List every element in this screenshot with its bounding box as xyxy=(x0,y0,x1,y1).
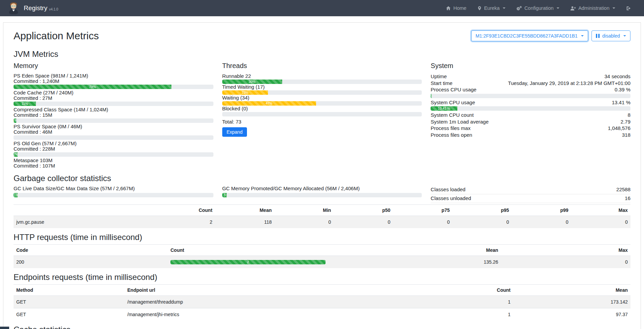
thread-metric-waiting: Waiting (34) 47% xyxy=(222,95,422,106)
http-requests-table: Code Count Mean Max 200 2 135.26 0 xyxy=(14,244,630,268)
navbar: Registry v4.1.0 Home Eureka xyxy=(0,0,644,16)
progress-track: 13 xyxy=(14,193,213,197)
gc-promoted: GC Memory Promoted/GC Memory Allocated (… xyxy=(222,185,422,203)
progress-track: 1% xyxy=(14,118,213,123)
cache-statistics-heading: Cache statistics xyxy=(14,325,630,329)
memory-column: Memory PS Eden Space (981M / 1,241M) Com… xyxy=(14,62,213,169)
thread-metric-timed-waiting: Timed Waiting (17) 23% xyxy=(222,84,422,95)
progress-track: 23% xyxy=(222,90,422,95)
refresh-toggle-dropdown[interactable]: disabled xyxy=(591,30,630,41)
system-row-start-time: Start timeTuesday, January 29, 2019 at 2… xyxy=(431,80,630,87)
http-requests-heading: HTTP requests (time in millisecond) xyxy=(14,233,630,242)
memory-metric-compressed-class: Compressed Class Space (14M / 1,024M) Co… xyxy=(14,107,213,123)
progress-track: 0% xyxy=(14,135,213,140)
gears-icon xyxy=(516,6,522,11)
progress-track: 0.39 % xyxy=(431,94,630,98)
progress-bar: 23% xyxy=(222,90,268,95)
nav-signout[interactable] xyxy=(621,0,637,16)
thread-metric-runnable: Runnable 22 30% xyxy=(222,73,422,84)
brand-version: v4.1.0 xyxy=(49,7,58,11)
threads-heading: Threads xyxy=(222,62,422,69)
brand-link[interactable]: Registry v4.1.0 xyxy=(7,2,58,14)
thread-metric-blocked: Blocked (0) 0% xyxy=(222,106,422,116)
table-header-row: Method Endpoint url Count Mean xyxy=(14,285,630,296)
table-row: GET /management/threaddump 1 173.142 xyxy=(14,296,630,308)
memory-metric-metaspace: Metaspace 103M Committed : 107M xyxy=(14,158,213,169)
progress-bar: 2 xyxy=(170,260,325,264)
chevron-down-icon xyxy=(623,35,626,37)
progress-bar: 47% xyxy=(222,101,316,106)
system-heading: System xyxy=(431,62,630,69)
progress-track: 11% xyxy=(14,102,213,106)
chevron-down-icon xyxy=(503,7,505,9)
expand-button[interactable]: Expand xyxy=(222,127,247,137)
memory-metric-code-cache: Code Cache (27M / 240M) Committed : 27M … xyxy=(14,90,213,106)
gc-classes: Classes loaded22588 Classes unloaded16 xyxy=(431,185,630,203)
memory-heading: Memory xyxy=(14,62,213,69)
main-container: Application Metrics M1:2F93E1CBD2C3FE55B… xyxy=(3,22,641,329)
progress-track: 79% xyxy=(14,85,213,89)
system-row-system-cpu: System CPU usage13.41 % xyxy=(431,99,630,106)
table-header-row: Code Count Mean Max xyxy=(14,245,630,256)
gc-live-data: GC Live Data Size/GC Max Data Size (57M … xyxy=(14,185,213,203)
gc-heading: Garbage collector statistics xyxy=(14,174,630,183)
progress-bar: 13 xyxy=(14,193,18,197)
nav-home[interactable]: Home xyxy=(440,0,472,16)
progress-bar: 30% xyxy=(222,80,282,84)
threads-total: Total: 73 xyxy=(222,119,422,125)
jvm-metrics-heading: JVM Metrics xyxy=(14,50,630,59)
nav-configuration[interactable]: Configuration xyxy=(511,0,565,16)
progress-bar: 79% xyxy=(14,85,171,89)
instance-selector-dropdown[interactable]: M1:2F93E1CBD2C3FE55BDD8627A3FADD1B1 xyxy=(471,30,588,41)
gc-pause-table: Count Mean Min p50 p75 p95 p99 Max jvm.g… xyxy=(14,204,630,228)
chevron-down-icon xyxy=(612,7,615,9)
progress-track: 0% xyxy=(222,112,422,116)
classes-unloaded-row: Classes unloaded16 xyxy=(431,194,630,203)
chevron-down-icon xyxy=(581,35,584,37)
system-row-cpu-count: System CPU count8 xyxy=(431,112,630,118)
system-row-files-open: Process files open318 xyxy=(431,132,630,138)
threads-column: Threads Runnable 22 30% Timed Waiting (1… xyxy=(222,62,422,169)
system-row-files-max: Process files max1,048,576 xyxy=(431,125,630,132)
table-row: 200 2 135.26 0 xyxy=(14,256,630,268)
nav-eureka[interactable]: Eureka xyxy=(472,0,511,16)
footer-fragment xyxy=(0,327,9,329)
table-row: jvm.gc.pause 2 118 0 0 0 0 0 0 xyxy=(14,216,630,228)
endpoints-requests-heading: Endpoints requests (time in millisecond) xyxy=(14,273,630,282)
table-header-row: Count Mean Min p50 p75 p95 p99 Max xyxy=(14,205,630,216)
progress-track: 3 xyxy=(222,193,422,197)
progress-bar: 3 xyxy=(222,193,227,197)
chevron-down-icon xyxy=(557,7,559,9)
memory-metric-eden: PS Eden Space (981M / 1,241M) Committed … xyxy=(14,73,213,89)
progress-track: 13.41 % xyxy=(431,106,630,111)
progress-bar: 13.41 % xyxy=(431,106,457,111)
sign-out-icon xyxy=(626,6,631,11)
user-plus-icon xyxy=(570,6,576,11)
progress-bar: 1% xyxy=(14,118,16,123)
progress-bar: 0.39 % xyxy=(431,94,431,98)
progress-track: 2 xyxy=(170,260,325,264)
progress-track: 2% xyxy=(14,152,213,157)
page-title: Application Metrics xyxy=(14,30,99,42)
system-row-process-cpu: Process CPU usage0.39 % xyxy=(431,86,630,93)
home-icon xyxy=(446,6,451,11)
table-row: GET /management/jhi-metrics 1 97.37 xyxy=(14,308,630,321)
brand-name: Registry xyxy=(24,4,47,12)
progress-track: 30% xyxy=(222,80,422,84)
system-column: System Uptime34 seconds Start timeTuesda… xyxy=(431,62,630,169)
endpoints-requests-table: Method Endpoint url Count Mean GET /mana… xyxy=(14,284,630,321)
memory-metric-old-gen: PS Old Gen (57M / 2,667M) Committed : 22… xyxy=(14,141,213,157)
classes-loaded-row: Classes loaded22588 xyxy=(431,185,630,194)
nav-administration[interactable]: Administration xyxy=(565,0,621,16)
progress-track: 47% xyxy=(222,101,422,106)
system-row-uptime: Uptime34 seconds xyxy=(431,73,630,80)
pause-icon xyxy=(596,34,600,38)
map-marker-icon xyxy=(477,6,482,11)
progress-bar: 2% xyxy=(14,152,18,157)
memory-metric-survivor: PS Survivor Space (0M / 46M) Committed :… xyxy=(14,124,213,140)
progress-bar: 11% xyxy=(14,102,36,106)
system-row-load-average: System 1m Load average2.79 xyxy=(431,118,630,125)
jhipster-logo xyxy=(7,2,20,14)
